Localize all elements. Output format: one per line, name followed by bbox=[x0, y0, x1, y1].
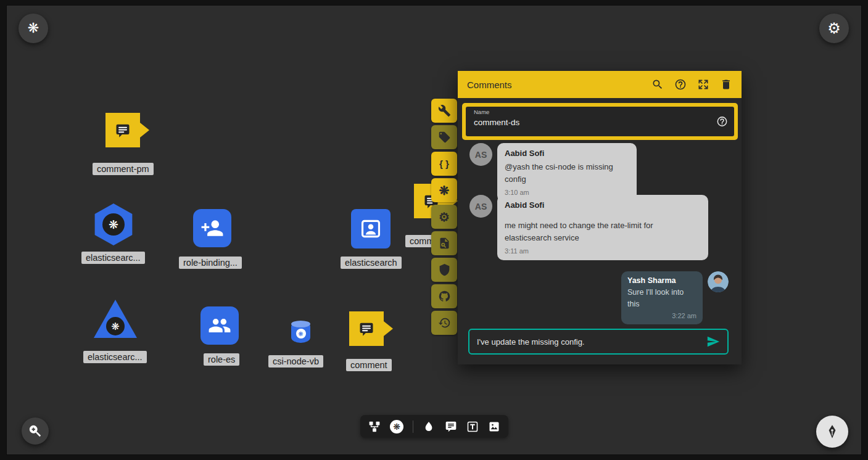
name-field-label: Name bbox=[474, 109, 489, 115]
tag-button[interactable] bbox=[431, 125, 457, 149]
gear-icon: ⚙ bbox=[827, 20, 841, 37]
kubernetes-flower-icon: ❋ bbox=[439, 183, 450, 198]
search-icon[interactable] bbox=[651, 78, 664, 91]
message-author: Aabid Sofi bbox=[505, 149, 629, 158]
message-bubble: Yash Sharma Sure I'll look into this 3:2… bbox=[621, 271, 703, 324]
comment-icon bbox=[357, 320, 376, 337]
comment-tool-button[interactable] bbox=[445, 421, 457, 433]
node-role-binding[interactable] bbox=[193, 209, 231, 247]
braces-button[interactable]: { } bbox=[431, 152, 457, 176]
avatar-photo bbox=[708, 271, 729, 292]
message-text: Sure I'll look into this bbox=[627, 287, 696, 310]
comments-panel: Comments Name AS Aabid Sofi @yash the c bbox=[458, 71, 742, 364]
github-button[interactable] bbox=[431, 284, 457, 308]
help-circle-icon bbox=[716, 116, 728, 128]
tag-icon bbox=[438, 131, 451, 144]
history-icon bbox=[438, 316, 451, 329]
bottom-dock: ❋ bbox=[360, 415, 508, 438]
expand-icon[interactable] bbox=[697, 78, 709, 91]
braces-icon: { } bbox=[439, 158, 449, 169]
message-bubble: Aabid Sofi me might need to change the r… bbox=[497, 195, 708, 260]
node-label-elasticsearch[interactable]: elasticsearch bbox=[341, 257, 402, 269]
node-csi-node-vb[interactable]: ❋ bbox=[291, 321, 310, 343]
doc-search-icon bbox=[438, 237, 451, 250]
wrench-icon bbox=[438, 104, 451, 117]
dock-divider bbox=[413, 421, 413, 433]
message-text: me might need to change the rate-limit f… bbox=[505, 220, 701, 244]
zoom-button[interactable] bbox=[22, 417, 49, 445]
node-label-elasticsearch-tri[interactable]: elasticsearc... bbox=[83, 351, 147, 363]
avatar: AS bbox=[469, 143, 492, 166]
doc-search-button[interactable] bbox=[431, 231, 457, 255]
node-elasticsearch-hexagon[interactable]: ❋ bbox=[93, 203, 134, 245]
node-label-role-binding[interactable]: role-binding... bbox=[179, 257, 242, 269]
history-button[interactable] bbox=[431, 311, 457, 335]
comment-node-shape bbox=[349, 311, 384, 346]
comment-message: Yash Sharma Sure I'll look into this 3:2… bbox=[621, 271, 729, 324]
message-bubble: Aabid Sofi @yash the csi-node is missing… bbox=[497, 143, 637, 202]
comment-message: AS Aabid Sofi @yash the csi-node is miss… bbox=[469, 143, 637, 202]
draw-tool-button[interactable] bbox=[423, 421, 435, 433]
send-icon bbox=[706, 335, 720, 348]
shield-button[interactable] bbox=[431, 258, 457, 282]
text-tool-button[interactable] bbox=[466, 421, 479, 433]
node-comment[interactable] bbox=[349, 311, 384, 346]
gear-icon: ⚙ bbox=[439, 210, 450, 224]
settings-button[interactable]: ⚙ bbox=[819, 14, 849, 43]
github-icon bbox=[438, 290, 451, 303]
text-icon bbox=[466, 421, 479, 433]
design-canvas[interactable]: comment-pm comm... ❋ elasticsearc... rol… bbox=[6, 5, 862, 455]
name-input[interactable] bbox=[474, 118, 702, 127]
send-button[interactable] bbox=[706, 335, 720, 348]
settings-tool-button[interactable]: ⚙ bbox=[431, 205, 457, 229]
app-logo-button[interactable]: ❋ bbox=[19, 14, 48, 43]
name-field[interactable]: Name bbox=[466, 107, 734, 136]
node-role-es[interactable] bbox=[200, 306, 239, 345]
comment-node-pointer bbox=[140, 123, 149, 138]
account-badge-icon bbox=[359, 217, 382, 240]
kubernetes-tool-button[interactable]: ❋ bbox=[390, 420, 403, 433]
people-icon bbox=[208, 314, 231, 337]
pen-nib-icon bbox=[824, 424, 840, 440]
kubernetes-wheel-icon: ❋ bbox=[106, 317, 125, 335]
node-label-elasticsearch-hex[interactable]: elasticsearc... bbox=[81, 252, 145, 264]
message-author: Aabid Sofi bbox=[505, 200, 701, 210]
kubernetes-glyph: ❋ bbox=[111, 321, 119, 332]
node-label-csi-node-vb[interactable]: csi-node-vb bbox=[268, 355, 323, 368]
comment-icon bbox=[114, 121, 132, 139]
trash-icon[interactable] bbox=[720, 78, 732, 91]
hexagon-shape: ❋ bbox=[93, 203, 134, 245]
app-logo-icon: ❋ bbox=[28, 20, 39, 36]
node-elasticsearch-account[interactable] bbox=[351, 209, 391, 248]
name-help-button[interactable] bbox=[716, 116, 728, 128]
node-comment-pm[interactable] bbox=[105, 113, 140, 147]
kubernetes-icon: ❋ bbox=[393, 422, 400, 432]
node-elasticsearch-triangle[interactable]: ❋ bbox=[94, 300, 137, 338]
kubernetes-button[interactable]: ❋ bbox=[431, 178, 457, 202]
comment-message: AS Aabid Sofi me might need to change th… bbox=[469, 195, 708, 260]
graph-tool-button[interactable] bbox=[368, 421, 381, 433]
image-icon bbox=[488, 421, 500, 433]
node-label-comment[interactable]: comment bbox=[346, 359, 392, 371]
comment-text-input[interactable] bbox=[477, 337, 701, 347]
graph-icon bbox=[368, 421, 381, 433]
image-tool-button[interactable] bbox=[488, 421, 500, 433]
zoom-in-icon bbox=[28, 424, 42, 438]
help-icon[interactable] bbox=[674, 78, 687, 91]
comment-node-shape bbox=[105, 113, 140, 147]
comment-input[interactable] bbox=[468, 329, 729, 355]
comment-icon bbox=[445, 421, 457, 433]
message-time: 3:22 am bbox=[627, 312, 696, 319]
pen-button[interactable] bbox=[816, 416, 848, 448]
kubernetes-wheel-icon: ❋ bbox=[296, 329, 306, 339]
node-label-comment-pm[interactable]: comment-pm bbox=[93, 163, 154, 175]
name-field-highlight: Name bbox=[462, 103, 738, 140]
panel-title: Comments bbox=[467, 80, 512, 90]
node-label-role-es[interactable]: role-es bbox=[204, 353, 239, 366]
message-text: @yash the csi-node is missing config bbox=[505, 161, 629, 185]
wrench-button[interactable] bbox=[431, 99, 457, 123]
person-photo-icon bbox=[708, 271, 729, 292]
shield-icon bbox=[438, 263, 451, 276]
avatar: AS bbox=[469, 195, 492, 218]
ink-drop-icon bbox=[423, 421, 435, 433]
